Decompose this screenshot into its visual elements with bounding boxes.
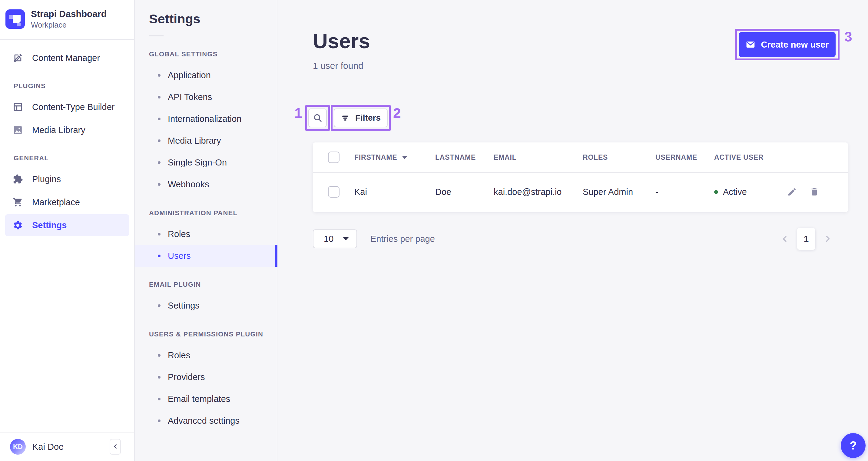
row-checkbox[interactable] (328, 186, 340, 198)
annotation-box-1 (305, 105, 330, 131)
bullet-icon (158, 139, 160, 142)
gear-icon (13, 220, 23, 230)
workspace-brand[interactable]: Strapi Dashboard Workplace (0, 0, 134, 40)
column-header-email[interactable]: EMAIL (494, 153, 583, 162)
strapi-logo-icon (5, 9, 25, 29)
subnav-section-email: EMAIL PLUGIN Settings (135, 281, 277, 316)
subnav-item-label: Roles (168, 350, 190, 361)
subnav-item-email-settings[interactable]: Settings (135, 295, 277, 316)
subnav-item-label: Single Sign-On (168, 157, 227, 168)
subnav-item-label: Internationalization (168, 114, 241, 124)
sidebar-item-settings[interactable]: Settings (5, 214, 129, 236)
subnav-item-application[interactable]: Application (135, 64, 277, 86)
page-1-button[interactable]: 1 (797, 228, 815, 250)
annotation-box-3: Create new user (735, 29, 840, 60)
subnav-item-webhooks[interactable]: Webhooks (135, 173, 277, 195)
trash-icon (810, 187, 819, 197)
sidebar-item-label: Settings (32, 220, 67, 230)
next-page-button[interactable] (823, 234, 832, 243)
subnav-item-advanced-settings[interactable]: Advanced settings (135, 410, 277, 432)
bullet-icon (158, 376, 160, 379)
bullet-icon (158, 96, 160, 98)
chevron-left-icon (112, 443, 119, 451)
brand-title: Strapi Dashboard (31, 8, 106, 20)
envelope-icon (746, 40, 755, 49)
sidebar-section-plugins: PLUGINS (0, 82, 134, 90)
subnav-item-label: Roles (168, 229, 190, 239)
subnav-item-media-library[interactable]: Media Library (135, 130, 277, 151)
subnav-item-label: Email templates (168, 394, 230, 404)
sidebar-item-marketplace[interactable]: Marketplace (5, 191, 129, 213)
filters-button[interactable]: Filters (334, 109, 388, 127)
column-header-active-user[interactable]: ACTIVE USER (714, 153, 787, 162)
cell-email: kai.doe@strapi.io (494, 187, 583, 197)
column-header-firstname[interactable]: FIRSTNAME (354, 153, 435, 162)
bullet-icon (158, 233, 160, 235)
page-title: Users (313, 29, 370, 53)
users-table: FIRSTNAME LASTNAME EMAIL ROLES USERNAME … (313, 142, 848, 212)
create-new-user-label: Create new user (761, 40, 829, 50)
subnav-item-up-roles[interactable]: Roles (135, 344, 277, 366)
sidebar-item-plugins[interactable]: Plugins (5, 168, 129, 190)
pager: 1 (780, 228, 832, 250)
delete-row-button[interactable] (810, 187, 819, 197)
sort-descending-icon (402, 156, 407, 159)
sidebar-item-media-library[interactable]: Media Library (5, 119, 129, 141)
subnav-item-api-tokens[interactable]: API Tokens (135, 86, 277, 108)
bullet-icon (158, 161, 160, 164)
chevron-right-icon (823, 234, 832, 243)
entries-per-page-select[interactable]: 10 (313, 229, 357, 248)
subnav-section-users-permissions: USERS & PERMISSIONS PLUGIN Roles Provide… (135, 330, 277, 432)
annotation-label-2: 2 (393, 106, 401, 120)
search-button[interactable] (308, 109, 327, 127)
sidebar-item-content-type-builder[interactable]: Content-Type Builder (5, 96, 129, 118)
edit-row-button[interactable] (787, 187, 797, 197)
help-button[interactable]: ? (841, 433, 866, 458)
subnav-item-providers[interactable]: Providers (135, 366, 277, 388)
subnav-item-label: Providers (168, 372, 205, 382)
column-header-username[interactable]: USERNAME (655, 153, 714, 162)
column-header-label: EMAIL (494, 153, 517, 162)
subnav-item-label: Webhooks (168, 179, 209, 190)
subnav-section-global: GLOBAL SETTINGS Application API Tokens I… (135, 50, 277, 195)
bullet-icon (158, 255, 160, 257)
subnav-item-label: API Tokens (168, 92, 212, 102)
filter-icon (341, 113, 350, 122)
settings-subnav: Settings GLOBAL SETTINGS Application API… (135, 0, 277, 461)
row-actions (787, 187, 848, 197)
subnav-item-users[interactable]: Users (135, 245, 277, 267)
cell-roles: Super Admin (583, 187, 655, 197)
previous-page-button[interactable] (780, 234, 789, 243)
puzzle-icon (13, 174, 23, 184)
subnav-item-email-templates[interactable]: Email templates (135, 388, 277, 410)
column-header-roles[interactable]: ROLES (583, 153, 655, 162)
sidebar-nav: Content Manager PLUGINS Content-Type Bui… (0, 40, 134, 432)
create-new-user-button[interactable]: Create new user (739, 32, 836, 57)
sidebar-footer: KD Kai Doe (0, 432, 134, 461)
table-row[interactable]: Kai Doe kai.doe@strapi.io Super Admin - … (313, 173, 848, 211)
cart-icon (13, 197, 23, 207)
subnav-section-title: GLOBAL SETTINGS (135, 50, 277, 58)
entries-per-page-label: Entries per page (370, 234, 435, 244)
subnav-item-roles[interactable]: Roles (135, 223, 277, 245)
subnav-divider (149, 35, 163, 36)
subnav-item-internationalization[interactable]: Internationalization (135, 108, 277, 130)
sidebar-collapse-button[interactable] (110, 439, 121, 455)
column-header-lastname[interactable]: LASTNAME (435, 153, 494, 162)
pagination-bar: 10 Entries per page 1 (313, 228, 848, 250)
subnav-item-label: Advanced settings (168, 416, 240, 426)
column-header-label: ACTIVE USER (714, 153, 764, 162)
status-label: Active (723, 187, 747, 197)
subnav-item-single-sign-on[interactable]: Single Sign-On (135, 151, 277, 173)
search-icon (313, 113, 323, 123)
sidebar-item-content-manager[interactable]: Content Manager (5, 47, 129, 69)
main-sidebar: Strapi Dashboard Workplace Content Manag… (0, 0, 135, 461)
subnav-section-title: ADMINISTRATION PANEL (135, 209, 277, 217)
bullet-icon (158, 118, 160, 120)
table-header-row: FIRSTNAME LASTNAME EMAIL ROLES USERNAME … (313, 142, 848, 173)
chevron-left-icon (780, 234, 789, 243)
avatar[interactable]: KD (10, 439, 26, 455)
select-all-checkbox[interactable] (328, 151, 340, 163)
image-icon (13, 125, 23, 135)
sidebar-item-label: Content Manager (32, 53, 100, 63)
